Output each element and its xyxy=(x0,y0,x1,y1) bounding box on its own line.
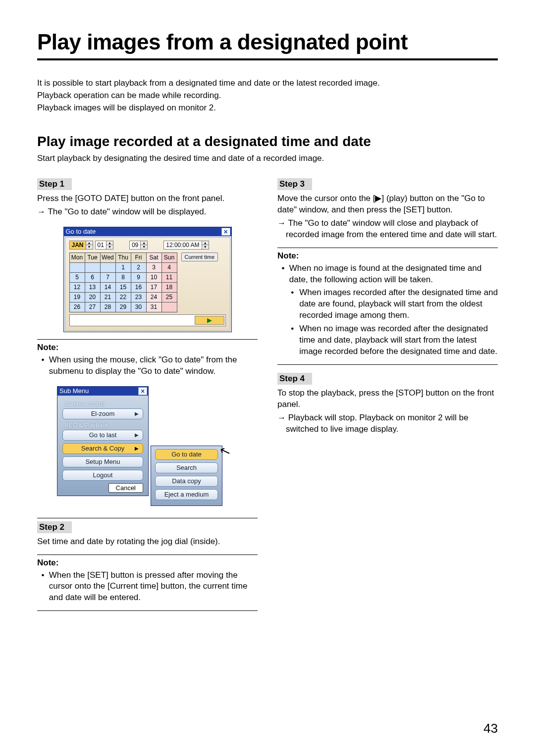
chevron-right-icon: ▶ xyxy=(135,446,139,451)
step-4-header: Step 4 xyxy=(277,373,312,385)
left-column: Step 1 Press the [GOTO DATE] button on t… xyxy=(37,178,258,614)
step-1-result: The "Go to date" window will be displaye… xyxy=(37,206,258,218)
menu-search-copy[interactable]: Search & Copy▶ xyxy=(62,443,143,454)
submenu-window: Sub Menu × Camera control El-zoom▶ REC &… xyxy=(57,386,149,496)
spinner-down-icon[interactable]: ▼ xyxy=(86,245,93,249)
close-icon[interactable]: × xyxy=(138,387,147,395)
menu-setup[interactable]: Setup Menu xyxy=(62,456,143,467)
intro-block: It is possible to start playback from a … xyxy=(37,78,498,114)
intro-line: It is possible to start playback from a … xyxy=(37,78,498,89)
step-3-result: The "Go to date" window will close and p… xyxy=(277,218,498,241)
submenu-flyout: Go to date Search Data copy Eject a medi… xyxy=(151,446,222,506)
gotodate-title: Go to date xyxy=(66,228,96,235)
submenu-group: REC & Playback xyxy=(64,422,143,429)
play-icon: ▶ xyxy=(207,316,212,324)
title-rule xyxy=(37,58,498,60)
section-lead: Start playback by designating the desire… xyxy=(37,153,498,163)
step-1-header: Step 1 xyxy=(37,178,72,190)
note-item: When using the mouse, click "Go to date"… xyxy=(37,354,258,377)
step-4-result: Playback will stop. Playback on monitor … xyxy=(277,412,498,435)
page-number: 43 xyxy=(483,721,498,736)
time-spinner[interactable]: 12:00:00 AM ▲▼ xyxy=(163,241,209,250)
note-label: Note: xyxy=(37,343,258,353)
current-time-button[interactable]: Current time xyxy=(181,252,218,261)
step-3-header: Step 3 xyxy=(277,178,312,190)
intro-line: Playback operation can be made while rec… xyxy=(37,90,498,101)
step-1-text: Press the [GOTO DATE] button on the fron… xyxy=(37,193,258,204)
note-item: When the [SET] button is pressed after m… xyxy=(37,570,258,604)
gotodate-footer: ▶ xyxy=(69,314,226,326)
right-column: Step 3 Move the cursor onto the [▶] (pla… xyxy=(277,178,498,614)
day-spinner[interactable]: 01 ▲▼ xyxy=(95,241,113,250)
note-label: Note: xyxy=(277,251,498,261)
flyout-search[interactable]: Search xyxy=(155,462,218,473)
close-icon[interactable]: × xyxy=(221,228,230,236)
page-title: Play images from a designated point xyxy=(37,30,498,54)
submenu-group: Camera control xyxy=(64,401,143,407)
menu-gotolast[interactable]: Go to last▶ xyxy=(62,430,143,441)
intro-line: Playback images will be displayed on mon… xyxy=(37,102,498,114)
menu-elzoom[interactable]: El-zoom▶ xyxy=(62,408,143,419)
spinner-up-icon[interactable]: ▲ xyxy=(86,241,93,246)
step-3-text: Move the cursor onto the [▶] (play) butt… xyxy=(277,193,498,216)
section-heading: Play image recorded at a designated time… xyxy=(37,134,498,150)
flyout-eject[interactable]: Eject a medium xyxy=(155,489,218,500)
step-4-text: To stop the playback, press the [STOP] b… xyxy=(277,388,498,410)
note-item: When no image is found at the designated… xyxy=(277,263,498,358)
flyout-gotodate[interactable]: Go to date xyxy=(155,449,218,460)
step-2-text: Set time and date by rotating the jog di… xyxy=(37,536,258,548)
step-2-header: Step 2 xyxy=(37,521,72,533)
gotodate-window: Go to date × JAN ▲▼ 01 ▲▼ 09 ▲▼ xyxy=(63,227,232,332)
calendar[interactable]: Mon Tue Wed Thu Fri Sat Sun 1234 5678910… xyxy=(69,252,177,312)
note-subitem: When no image was recorded after the des… xyxy=(289,323,498,357)
play-button[interactable]: ▶ xyxy=(195,316,224,325)
flyout-datacopy[interactable]: Data copy xyxy=(155,476,218,487)
cancel-button[interactable]: Cancel xyxy=(108,483,143,493)
chevron-right-icon: ▶ xyxy=(135,432,139,438)
chevron-right-icon: ▶ xyxy=(135,411,139,416)
note-label: Note: xyxy=(37,558,258,568)
menu-logout[interactable]: Logout xyxy=(62,470,143,481)
month-spinner[interactable]: JAN ▲▼ xyxy=(69,241,93,250)
year-spinner[interactable]: 09 ▲▼ xyxy=(129,241,148,250)
submenu-title: Sub Menu xyxy=(59,387,89,395)
note-subitem: When images recorded after the designate… xyxy=(289,287,498,321)
